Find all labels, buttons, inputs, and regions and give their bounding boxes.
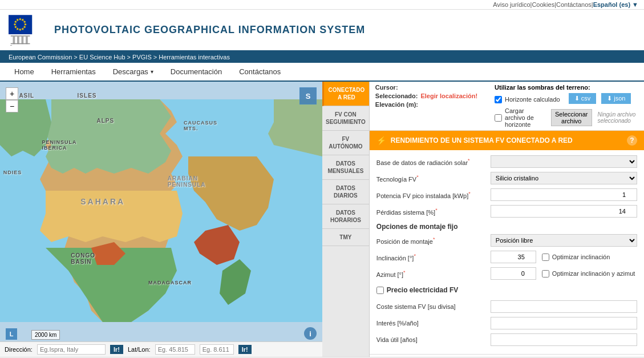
tab-tmy[interactable]: TMY — [322, 229, 369, 246]
optimizar-azimut-label[interactable]: Optimizar inclinación y azimut — [542, 270, 635, 277]
tab-conectado-red[interactable]: CONECTADO A RED — [322, 82, 369, 106]
map-zoom-controls: + − — [6, 87, 18, 112]
zoom-out-button[interactable]: − — [6, 100, 18, 112]
panel-help-icon[interactable]: ? — [627, 135, 637, 146]
nav-descargas[interactable]: Descargas ▾ — [104, 63, 162, 81]
optimizar-inclinacion-label[interactable]: Optimizar inclinación — [542, 254, 610, 261]
potencia-fv-input[interactable] — [491, 188, 637, 201]
vida-util-label: Vida útil [años] — [376, 336, 491, 343]
load-horizon-text: Cargar archivo de horizonte — [505, 107, 544, 128]
optimizar-inclinacion-checkbox[interactable] — [542, 254, 549, 261]
vida-util-input[interactable] — [491, 333, 637, 346]
azimut-row: Azimut [°]* Optimizar inclinación y azim… — [376, 267, 637, 280]
potencia-fv-label: Potencia FV pico instalada [kWp]* — [376, 191, 491, 199]
interes-row: Interés [%/año] — [376, 316, 637, 330]
map-info-button[interactable]: i — [304, 327, 317, 340]
posicion-montaje-control: Posición libre — [491, 234, 637, 247]
map-layer-button[interactable]: S — [299, 87, 317, 104]
tab-fv-autonomo[interactable]: FV AUTÓNOMO — [322, 131, 369, 155]
breadcrumb-current: Herramientas interactivas — [159, 54, 230, 61]
tab-datos-diarios[interactable]: DATOS DIARIOS — [322, 180, 369, 204]
site-title: PHOTOVOLTAIC GEOGRAPHICAL INFORMATION SY… — [54, 24, 365, 36]
eu-commission-logo: European Commission — [9, 14, 43, 46]
breadcrumb-pvgis[interactable]: PVGIS — [132, 54, 152, 61]
sidebar-tabs: CONECTADO A RED FV CON SEGUIMIENTO FV AU… — [322, 82, 370, 357]
address-go-button[interactable]: Ir! — [110, 345, 123, 354]
tab-datos-horarios[interactable]: DATOS HORARIOS — [322, 204, 369, 229]
inclinacion-input[interactable] — [491, 251, 536, 263]
terrain-title: Utilizar las sombras del terreno: — [495, 84, 638, 91]
coste-label: Coste sistema FV [su divisa] — [376, 303, 491, 310]
terrain-controls: Utilizar las sombras del terreno: Horizo… — [495, 84, 638, 128]
csv-json-row: ⬇ csv ⬇ json — [569, 93, 634, 104]
interes-input[interactable] — [491, 317, 637, 329]
horizon-calc-checkbox[interactable] — [495, 96, 502, 103]
zoom-in-button[interactable]: + — [6, 87, 18, 100]
csv-download-button[interactable]: ⬇ csv — [569, 93, 597, 104]
nav-herramientas[interactable]: Herramientas — [43, 63, 104, 81]
azimut-label: Azimut [°]* — [376, 269, 491, 278]
json-download-button[interactable]: ⬇ json — [601, 93, 631, 104]
cookies-link[interactable]: Cookies — [532, 1, 554, 8]
form-area: Base de datos de radiación solar* Tecnol… — [370, 150, 644, 354]
tech-fv-control: Silicio cristalino — [491, 172, 637, 184]
solar-db-select[interactable] — [491, 155, 637, 168]
map-svg — [0, 82, 322, 340]
interes-control — [491, 317, 637, 329]
svg-rect-15 — [17, 37, 19, 45]
cursor-label: Cursor: — [375, 84, 398, 91]
tab-fv-seguimiento[interactable]: FV CON SEGUIMIENTO — [322, 106, 369, 131]
precio-section-row: Precio electricidad FV — [376, 283, 637, 297]
panel-icon: ⚡ — [376, 136, 386, 145]
interes-label: Interés [%/año] — [376, 320, 491, 327]
main: ISLES ALPS CAUCASUSMTS. PENINSULAIBÉRICA… — [0, 82, 644, 357]
breadcrumb-hub[interactable]: EU Science Hub — [79, 54, 125, 61]
map-bottom-bar: Dirección: Ir! Lat/Lon: Ir! — [0, 341, 322, 357]
select-file-button[interactable]: Seleccionar archivo — [551, 109, 592, 126]
perdidas-control — [491, 205, 637, 218]
address-input[interactable] — [37, 344, 106, 355]
posicion-montaje-select[interactable]: Posición libre — [491, 234, 637, 247]
posicion-montaje-row: Posición de montaje* Posición libre — [376, 234, 637, 247]
latlon-go-button[interactable]: Ir! — [238, 345, 252, 354]
breadcrumb-ec[interactable]: European Commission — [9, 54, 72, 61]
inclinacion-label: Inclinación [°]* — [376, 253, 491, 262]
map-l-button[interactable]: L — [6, 328, 17, 340]
vida-util-control — [491, 333, 637, 346]
coste-input[interactable] — [491, 300, 637, 313]
contact-link[interactable]: Contáctanos — [556, 1, 592, 8]
lat-input[interactable] — [155, 344, 195, 355]
top-bar: Aviso jurídico | Cookies | Contáctanos |… — [0, 0, 644, 10]
solar-db-label: Base de datos de radiación solar* — [376, 158, 491, 166]
precio-section-checkbox[interactable] — [376, 287, 384, 294]
nav-contactanos[interactable]: Contáctanos — [230, 63, 289, 81]
map-container[interactable]: ISLES ALPS CAUCASUSMTS. PENINSULAIBÉRICA… — [0, 82, 322, 357]
nav-home[interactable]: Home — [6, 63, 43, 81]
lon-input[interactable] — [200, 344, 234, 355]
tab-datos-mensuales[interactable]: DATOS MENSUALES — [322, 155, 369, 180]
optimizar-inclinacion-text: Optimizar inclinación — [552, 254, 610, 260]
right-panel: Cursor: Seleccionado: Elegir localizació… — [370, 82, 644, 357]
svg-rect-17 — [26, 37, 28, 45]
cursor-info: Cursor: Seleccionado: Elegir localizació… — [375, 84, 477, 108]
solar-db-row: Base de datos de radiación solar* — [376, 155, 637, 168]
tech-fv-select[interactable]: Silicio cristalino — [491, 172, 637, 184]
load-horizon-checkbox[interactable] — [495, 114, 502, 122]
azimut-input[interactable] — [491, 267, 536, 280]
perdidas-input[interactable] — [491, 205, 637, 218]
breadcrumb: European Commission > EU Science Hub > P… — [0, 51, 644, 63]
precio-section-header: Precio electricidad FV — [387, 286, 458, 294]
vida-util-row: Vida útil [años] — [376, 333, 637, 347]
nav-documentacion[interactable]: Documentación — [162, 63, 230, 81]
horizon-calc-label[interactable]: Horizonte calculado — [495, 96, 560, 103]
precio-section-label[interactable]: Precio electricidad FV — [376, 286, 458, 294]
terrain-shadow-section: Utilizar las sombras del terreno: Horizo… — [495, 84, 638, 128]
load-horizon-label[interactable]: Cargar archivo de horizonte — [495, 107, 544, 128]
action-bar: 👁 Visualizar resultados ⬇ csv ⬇ json — [370, 354, 644, 357]
nav: Home Herramientas Descargas ▾ Documentac… — [0, 63, 644, 82]
svg-text:European: European — [10, 45, 23, 46]
language-selector[interactable]: Español (es) ▼ — [593, 1, 638, 8]
optimizar-azimut-checkbox[interactable] — [542, 270, 549, 277]
legal-link[interactable]: Aviso jurídico — [493, 1, 530, 8]
latlon-label: Lat/Lon: — [128, 346, 151, 353]
